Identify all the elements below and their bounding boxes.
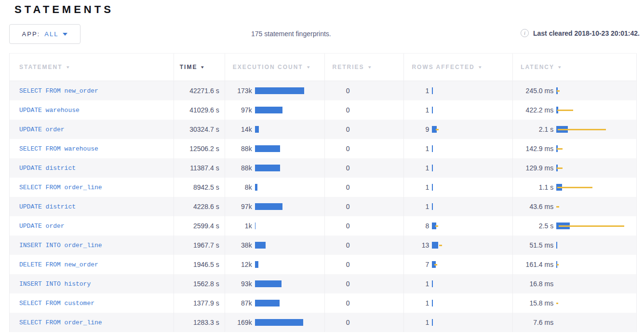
rows-affected-cell: 1 bbox=[404, 100, 513, 120]
latency-value: 7.6 ms bbox=[521, 319, 553, 326]
execution-count-bar bbox=[255, 107, 282, 113]
bar-stddev bbox=[559, 225, 624, 227]
statement-cell: SELECT FROM new_order bbox=[10, 81, 174, 100]
bar-mean bbox=[255, 165, 280, 171]
time-cell: 41029.6 s bbox=[174, 100, 225, 120]
column-header-statement[interactable]: STATEMENT▼ bbox=[10, 54, 174, 81]
rows-affected-bar bbox=[432, 319, 433, 326]
rows-affected-cell: 7 bbox=[404, 255, 513, 274]
execution-count-cell: 14k bbox=[225, 120, 325, 139]
retries-cell: 0 bbox=[325, 197, 404, 216]
statement-link[interactable]: UPDATE order bbox=[19, 126, 65, 133]
execution-count-cell: 88k bbox=[225, 139, 325, 158]
execution-count-cell: 88k bbox=[225, 158, 325, 178]
retries-cell: 0 bbox=[325, 120, 404, 139]
latency-cell: 43.6 ms bbox=[513, 197, 637, 216]
retries-cell: 0 bbox=[325, 255, 404, 274]
time-cell: 30324.7 s bbox=[174, 120, 225, 139]
execution-count-cell: 97k bbox=[225, 100, 325, 120]
rows-affected-value: 1 bbox=[412, 299, 429, 307]
statement-cell: SELECT FROM customer bbox=[10, 293, 174, 313]
sort-desc-icon: ▼ bbox=[557, 65, 563, 70]
table-row: UPDATE order2599.4 s1k082.5 s bbox=[10, 216, 637, 236]
rows-affected-bar bbox=[432, 165, 433, 171]
bar-mean bbox=[556, 242, 557, 249]
execution-count-cell: 173k bbox=[225, 81, 325, 100]
column-header-label: TIME bbox=[180, 64, 198, 70]
time-value: 1562.8 s bbox=[193, 280, 219, 288]
execution-count-cell: 8k bbox=[225, 178, 325, 197]
statement-link[interactable]: DELETE FROM new_order bbox=[19, 261, 98, 268]
execution-count-value: 93k bbox=[233, 280, 252, 288]
latency-bar bbox=[556, 261, 559, 268]
time-cell: 42271.6 s bbox=[174, 81, 225, 100]
sort-desc-icon: ▼ bbox=[200, 65, 206, 70]
column-header-retries[interactable]: RETRIES▼ bbox=[325, 54, 404, 81]
table-row: INSERT INTO order_line1967.7 s38k01351.5… bbox=[10, 236, 637, 255]
latency-value: 51.5 ms bbox=[521, 241, 553, 249]
statement-link[interactable]: UPDATE district bbox=[19, 165, 76, 172]
rows-affected-cell: 1 bbox=[404, 81, 513, 100]
last-cleared-text: Last cleared 2018-10-23 20:01:42. bbox=[533, 29, 640, 37]
column-header-latency[interactable]: LATENCY▼ bbox=[513, 54, 637, 81]
execution-count-value: 38k bbox=[233, 241, 252, 249]
statement-link[interactable]: INSERT INTO history bbox=[19, 280, 91, 288]
time-cell: 11387.4 s bbox=[174, 158, 225, 178]
bar-mean bbox=[255, 242, 266, 249]
rows-affected-bar bbox=[432, 280, 433, 287]
table-row: INSERT INTO history1562.8 s93k0116.8 ms bbox=[10, 274, 637, 293]
rows-affected-cell: 1 bbox=[404, 313, 513, 332]
bar-stddev bbox=[557, 110, 573, 111]
statement-link[interactable]: UPDATE warehouse bbox=[19, 107, 80, 114]
statement-link[interactable]: SELECT FROM order_line bbox=[19, 184, 102, 191]
statement-link[interactable]: INSERT INTO order_line bbox=[19, 242, 102, 249]
rows-affected-value: 1 bbox=[412, 106, 429, 114]
table-row: UPDATE order30324.7 s14k092.1 s bbox=[10, 120, 637, 139]
table-row: SELECT FROM warehouse12506.2 s88k01142.9… bbox=[10, 139, 637, 158]
rows-affected-value: 7 bbox=[412, 261, 429, 268]
statement-link[interactable]: SELECT FROM customer bbox=[19, 300, 94, 307]
statement-link[interactable]: SELECT FROM warehouse bbox=[19, 145, 98, 153]
statement-link[interactable]: UPDATE district bbox=[19, 203, 76, 210]
rows-affected-value: 1 bbox=[412, 164, 429, 172]
column-header-rows-affected[interactable]: ROWS AFFECTED▼ bbox=[404, 54, 513, 81]
column-header-execution-count[interactable]: EXECUTION COUNT▼ bbox=[225, 54, 325, 81]
rows-affected-cell: 8 bbox=[404, 216, 513, 236]
column-header-time[interactable]: TIME▼ bbox=[174, 54, 225, 81]
latency-value: 16.8 ms bbox=[521, 280, 553, 288]
statement-link[interactable]: UPDATE order bbox=[19, 223, 65, 230]
rows-affected-cell: 1 bbox=[404, 293, 513, 313]
bar-mean bbox=[432, 319, 433, 326]
retries-value: 0 bbox=[333, 87, 350, 95]
latency-bar bbox=[556, 126, 606, 133]
table-row: UPDATE warehouse41029.6 s97k01422.2 ms bbox=[10, 100, 637, 120]
bar-mean bbox=[255, 145, 280, 152]
latency-value: 245.0 ms bbox=[521, 87, 553, 95]
rows-affected-bar bbox=[432, 203, 433, 210]
rows-affected-value: 8 bbox=[412, 222, 429, 230]
info-icon[interactable]: i bbox=[521, 29, 529, 37]
app-filter-value: ALL bbox=[44, 30, 58, 38]
rows-affected-bar bbox=[432, 126, 439, 133]
latency-bar bbox=[556, 107, 573, 113]
time-cell: 2599.4 s bbox=[174, 216, 225, 236]
rows-affected-bar bbox=[432, 145, 433, 152]
time-value: 12506.2 s bbox=[189, 145, 219, 153]
statement-link[interactable]: SELECT FROM order_line bbox=[19, 319, 102, 326]
execution-count-cell: 38k bbox=[225, 236, 325, 255]
latency-cell: 161.4 ms bbox=[513, 255, 637, 274]
execution-count-value: 173k bbox=[233, 87, 252, 95]
latency-cell: 142.9 ms bbox=[513, 139, 637, 158]
time-value: 8942.5 s bbox=[193, 183, 219, 191]
execution-count-value: 88k bbox=[233, 145, 252, 153]
latency-cell: 1.1 s bbox=[513, 178, 637, 197]
table-body: SELECT FROM new_order42271.6 s173k01245.… bbox=[10, 81, 637, 332]
time-value: 41029.6 s bbox=[189, 106, 219, 114]
app-filter-dropdown[interactable]: APP: ALL bbox=[9, 24, 80, 44]
rows-affected-value: 1 bbox=[412, 145, 429, 153]
latency-value: 1.1 s bbox=[521, 183, 553, 191]
latency-bar bbox=[556, 184, 592, 191]
bar-stddev bbox=[556, 206, 559, 208]
statement-link[interactable]: SELECT FROM new_order bbox=[19, 87, 98, 95]
bar-mean bbox=[432, 87, 433, 94]
